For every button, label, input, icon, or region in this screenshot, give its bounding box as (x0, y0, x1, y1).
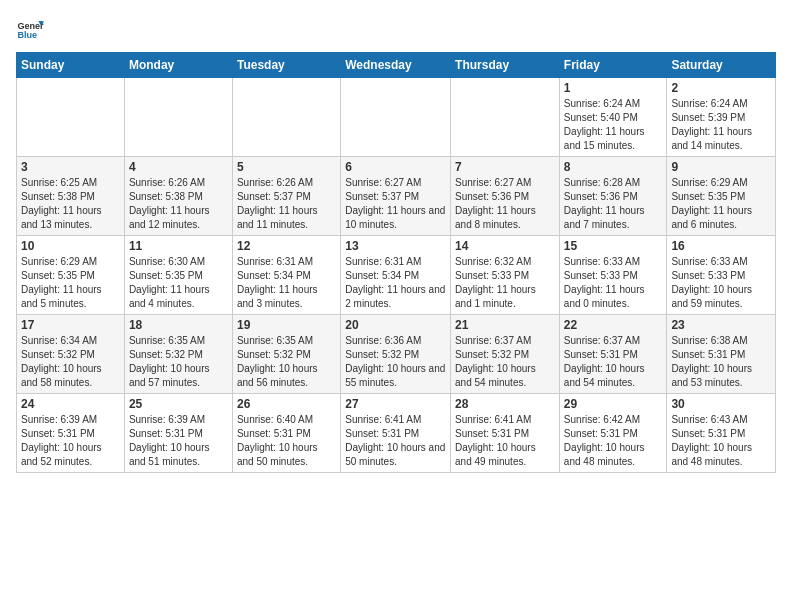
col-header-wednesday: Wednesday (341, 53, 451, 78)
day-info: Sunrise: 6:29 AM Sunset: 5:35 PM Dayligh… (21, 255, 120, 311)
day-number: 22 (564, 318, 663, 332)
day-number: 27 (345, 397, 446, 411)
col-header-tuesday: Tuesday (232, 53, 340, 78)
day-info: Sunrise: 6:35 AM Sunset: 5:32 PM Dayligh… (129, 334, 228, 390)
day-cell: 14Sunrise: 6:32 AM Sunset: 5:33 PM Dayli… (451, 236, 560, 315)
day-cell: 15Sunrise: 6:33 AM Sunset: 5:33 PM Dayli… (559, 236, 667, 315)
day-number: 28 (455, 397, 555, 411)
logo-icon: General Blue (16, 16, 44, 44)
day-number: 15 (564, 239, 663, 253)
day-cell: 22Sunrise: 6:37 AM Sunset: 5:31 PM Dayli… (559, 315, 667, 394)
day-cell: 2Sunrise: 6:24 AM Sunset: 5:39 PM Daylig… (667, 78, 776, 157)
day-cell: 25Sunrise: 6:39 AM Sunset: 5:31 PM Dayli… (124, 394, 232, 473)
week-row-3: 10Sunrise: 6:29 AM Sunset: 5:35 PM Dayli… (17, 236, 776, 315)
day-cell: 9Sunrise: 6:29 AM Sunset: 5:35 PM Daylig… (667, 157, 776, 236)
col-header-saturday: Saturday (667, 53, 776, 78)
logo: General Blue (16, 16, 48, 44)
day-number: 20 (345, 318, 446, 332)
day-info: Sunrise: 6:41 AM Sunset: 5:31 PM Dayligh… (455, 413, 555, 469)
day-number: 3 (21, 160, 120, 174)
day-number: 18 (129, 318, 228, 332)
day-cell: 20Sunrise: 6:36 AM Sunset: 5:32 PM Dayli… (341, 315, 451, 394)
day-number: 24 (21, 397, 120, 411)
day-cell: 19Sunrise: 6:35 AM Sunset: 5:32 PM Dayli… (232, 315, 340, 394)
day-info: Sunrise: 6:33 AM Sunset: 5:33 PM Dayligh… (564, 255, 663, 311)
day-info: Sunrise: 6:32 AM Sunset: 5:33 PM Dayligh… (455, 255, 555, 311)
day-cell: 13Sunrise: 6:31 AM Sunset: 5:34 PM Dayli… (341, 236, 451, 315)
day-cell: 24Sunrise: 6:39 AM Sunset: 5:31 PM Dayli… (17, 394, 125, 473)
day-info: Sunrise: 6:26 AM Sunset: 5:38 PM Dayligh… (129, 176, 228, 232)
day-number: 8 (564, 160, 663, 174)
day-info: Sunrise: 6:40 AM Sunset: 5:31 PM Dayligh… (237, 413, 336, 469)
day-cell (124, 78, 232, 157)
day-cell: 11Sunrise: 6:30 AM Sunset: 5:35 PM Dayli… (124, 236, 232, 315)
day-number: 26 (237, 397, 336, 411)
day-number: 16 (671, 239, 771, 253)
day-cell: 18Sunrise: 6:35 AM Sunset: 5:32 PM Dayli… (124, 315, 232, 394)
day-info: Sunrise: 6:24 AM Sunset: 5:39 PM Dayligh… (671, 97, 771, 153)
day-info: Sunrise: 6:25 AM Sunset: 5:38 PM Dayligh… (21, 176, 120, 232)
day-cell: 27Sunrise: 6:41 AM Sunset: 5:31 PM Dayli… (341, 394, 451, 473)
day-cell: 29Sunrise: 6:42 AM Sunset: 5:31 PM Dayli… (559, 394, 667, 473)
week-row-2: 3Sunrise: 6:25 AM Sunset: 5:38 PM Daylig… (17, 157, 776, 236)
day-info: Sunrise: 6:41 AM Sunset: 5:31 PM Dayligh… (345, 413, 446, 469)
day-cell: 6Sunrise: 6:27 AM Sunset: 5:37 PM Daylig… (341, 157, 451, 236)
day-info: Sunrise: 6:42 AM Sunset: 5:31 PM Dayligh… (564, 413, 663, 469)
day-cell: 5Sunrise: 6:26 AM Sunset: 5:37 PM Daylig… (232, 157, 340, 236)
day-number: 25 (129, 397, 228, 411)
day-cell: 30Sunrise: 6:43 AM Sunset: 5:31 PM Dayli… (667, 394, 776, 473)
day-cell: 7Sunrise: 6:27 AM Sunset: 5:36 PM Daylig… (451, 157, 560, 236)
day-number: 13 (345, 239, 446, 253)
day-number: 12 (237, 239, 336, 253)
day-info: Sunrise: 6:39 AM Sunset: 5:31 PM Dayligh… (129, 413, 228, 469)
day-cell (17, 78, 125, 157)
week-row-5: 24Sunrise: 6:39 AM Sunset: 5:31 PM Dayli… (17, 394, 776, 473)
day-number: 7 (455, 160, 555, 174)
day-number: 5 (237, 160, 336, 174)
day-number: 30 (671, 397, 771, 411)
day-number: 17 (21, 318, 120, 332)
day-info: Sunrise: 6:35 AM Sunset: 5:32 PM Dayligh… (237, 334, 336, 390)
day-info: Sunrise: 6:37 AM Sunset: 5:32 PM Dayligh… (455, 334, 555, 390)
day-number: 23 (671, 318, 771, 332)
day-info: Sunrise: 6:33 AM Sunset: 5:33 PM Dayligh… (671, 255, 771, 311)
week-row-4: 17Sunrise: 6:34 AM Sunset: 5:32 PM Dayli… (17, 315, 776, 394)
day-cell: 28Sunrise: 6:41 AM Sunset: 5:31 PM Dayli… (451, 394, 560, 473)
day-info: Sunrise: 6:31 AM Sunset: 5:34 PM Dayligh… (345, 255, 446, 311)
col-header-monday: Monday (124, 53, 232, 78)
day-info: Sunrise: 6:27 AM Sunset: 5:36 PM Dayligh… (455, 176, 555, 232)
day-number: 9 (671, 160, 771, 174)
day-cell: 12Sunrise: 6:31 AM Sunset: 5:34 PM Dayli… (232, 236, 340, 315)
day-info: Sunrise: 6:34 AM Sunset: 5:32 PM Dayligh… (21, 334, 120, 390)
day-cell: 3Sunrise: 6:25 AM Sunset: 5:38 PM Daylig… (17, 157, 125, 236)
day-number: 11 (129, 239, 228, 253)
col-header-friday: Friday (559, 53, 667, 78)
svg-text:Blue: Blue (17, 30, 37, 40)
day-number: 10 (21, 239, 120, 253)
col-header-thursday: Thursday (451, 53, 560, 78)
day-cell (451, 78, 560, 157)
day-info: Sunrise: 6:27 AM Sunset: 5:37 PM Dayligh… (345, 176, 446, 232)
day-info: Sunrise: 6:37 AM Sunset: 5:31 PM Dayligh… (564, 334, 663, 390)
day-number: 1 (564, 81, 663, 95)
day-cell: 4Sunrise: 6:26 AM Sunset: 5:38 PM Daylig… (124, 157, 232, 236)
day-number: 2 (671, 81, 771, 95)
day-info: Sunrise: 6:38 AM Sunset: 5:31 PM Dayligh… (671, 334, 771, 390)
day-info: Sunrise: 6:31 AM Sunset: 5:34 PM Dayligh… (237, 255, 336, 311)
day-cell: 16Sunrise: 6:33 AM Sunset: 5:33 PM Dayli… (667, 236, 776, 315)
day-info: Sunrise: 6:29 AM Sunset: 5:35 PM Dayligh… (671, 176, 771, 232)
day-cell: 21Sunrise: 6:37 AM Sunset: 5:32 PM Dayli… (451, 315, 560, 394)
day-number: 6 (345, 160, 446, 174)
day-info: Sunrise: 6:30 AM Sunset: 5:35 PM Dayligh… (129, 255, 228, 311)
day-info: Sunrise: 6:26 AM Sunset: 5:37 PM Dayligh… (237, 176, 336, 232)
day-number: 21 (455, 318, 555, 332)
day-cell: 17Sunrise: 6:34 AM Sunset: 5:32 PM Dayli… (17, 315, 125, 394)
day-number: 14 (455, 239, 555, 253)
day-cell: 23Sunrise: 6:38 AM Sunset: 5:31 PM Dayli… (667, 315, 776, 394)
day-info: Sunrise: 6:39 AM Sunset: 5:31 PM Dayligh… (21, 413, 120, 469)
calendar-table: SundayMondayTuesdayWednesdayThursdayFrid… (16, 52, 776, 473)
day-info: Sunrise: 6:28 AM Sunset: 5:36 PM Dayligh… (564, 176, 663, 232)
day-number: 4 (129, 160, 228, 174)
day-info: Sunrise: 6:43 AM Sunset: 5:31 PM Dayligh… (671, 413, 771, 469)
day-cell: 1Sunrise: 6:24 AM Sunset: 5:40 PM Daylig… (559, 78, 667, 157)
